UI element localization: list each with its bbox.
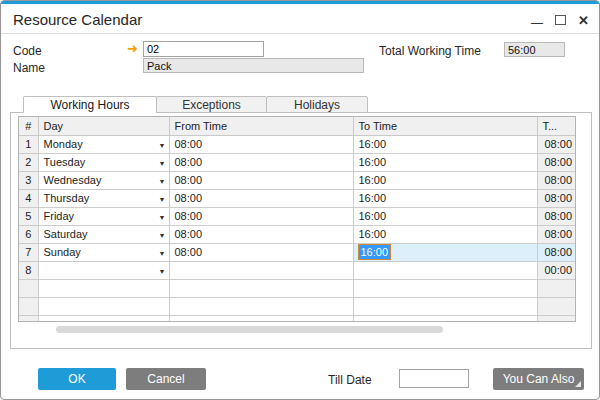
day-cell[interactable]: Monday▼ [38, 135, 169, 153]
row-number-cell[interactable] [19, 315, 38, 322]
col-header-from-time[interactable]: From Time [169, 117, 353, 135]
dropdown-icon[interactable]: ▼ [159, 191, 166, 208]
to-time-cell[interactable] [353, 297, 537, 315]
to-time-cell[interactable] [353, 261, 537, 279]
day-cell[interactable]: ▼ [38, 261, 169, 279]
working-hours-table-body: 1Monday▼08:0016:0008:002Tuesday▼08:0016:… [19, 135, 575, 322]
table-row-empty [19, 315, 575, 322]
to-time-cell[interactable] [353, 315, 537, 322]
tab-working-hours[interactable]: Working Hours [23, 96, 157, 113]
close-icon[interactable]: ✕ [578, 13, 589, 28]
window-controls: — ✕ [531, 12, 589, 28]
table-row: 6Saturday▼08:0016:0008:00 [19, 225, 575, 243]
day-cell-text: Saturday [44, 226, 88, 243]
working-hours-grid: # Day From Time To Time T... 1Monday▼08:… [18, 116, 576, 322]
you-can-also-button[interactable]: You Can Also [493, 368, 584, 390]
to-time-cell[interactable]: 16:00 [353, 243, 537, 261]
total-working-time-label: Total Working Time [379, 44, 481, 58]
day-cell[interactable]: Friday▼ [38, 207, 169, 225]
day-cell[interactable] [38, 297, 169, 315]
tab-bar: Working Hours Exceptions Holidays [24, 96, 368, 113]
to-time-cell[interactable]: 16:00 [353, 225, 537, 243]
to-time-cell[interactable]: 16:00 [353, 207, 537, 225]
total-cell: 08:00 [537, 189, 575, 207]
dropdown-icon[interactable]: ▼ [159, 155, 166, 172]
total-cell [537, 279, 575, 297]
day-cell[interactable]: Wednesday▼ [38, 171, 169, 189]
tab-exceptions[interactable]: Exceptions [156, 96, 267, 113]
row-number-cell[interactable]: 2 [19, 153, 38, 171]
you-can-also-label: You Can Also [503, 372, 575, 386]
table-row: 4Thursday▼08:0016:0008:00 [19, 189, 575, 207]
day-cell-text: Sunday [44, 244, 81, 261]
from-time-cell[interactable]: 08:00 [169, 135, 353, 153]
total-working-time-field: 56:00 [504, 42, 565, 57]
selected-cell-text[interactable]: 16:00 [359, 245, 391, 259]
col-header-number[interactable]: # [19, 117, 38, 135]
row-number-cell[interactable] [19, 279, 38, 297]
day-cell[interactable]: Tuesday▼ [38, 153, 169, 171]
table-row: 7Sunday▼08:0016:0008:00 [19, 243, 575, 261]
ok-button[interactable]: OK [38, 368, 116, 390]
dropdown-icon[interactable]: ▼ [159, 245, 166, 262]
to-time-cell[interactable]: 16:00 [353, 135, 537, 153]
title-bar[interactable]: Resource Calendar — ✕ [1, 4, 599, 34]
from-time-cell[interactable]: 08:00 [169, 225, 353, 243]
table-row-empty [19, 297, 575, 315]
row-number-cell[interactable]: 6 [19, 225, 38, 243]
row-number-cell[interactable]: 7 [19, 243, 38, 261]
row-number-cell[interactable]: 4 [19, 189, 38, 207]
table-row: 8▼00:00 [19, 261, 575, 279]
dropdown-icon[interactable]: ▼ [159, 137, 166, 154]
table-row-empty [19, 279, 575, 297]
from-time-cell[interactable] [169, 315, 353, 322]
maximize-icon[interactable] [555, 15, 566, 25]
from-time-cell[interactable] [169, 261, 353, 279]
day-cell[interactable] [38, 279, 169, 297]
dropdown-icon[interactable]: ▼ [159, 173, 166, 190]
day-cell[interactable]: Saturday▼ [38, 225, 169, 243]
to-time-cell[interactable]: 16:00 [353, 171, 537, 189]
day-cell-text: Monday [44, 136, 83, 153]
to-time-cell[interactable] [353, 279, 537, 297]
code-label: Code [13, 44, 42, 58]
from-time-cell[interactable] [169, 297, 353, 315]
from-time-cell[interactable]: 08:00 [169, 243, 353, 261]
till-date-input[interactable] [399, 369, 469, 388]
col-header-day[interactable]: Day [38, 117, 169, 135]
minimize-icon[interactable]: — [531, 18, 543, 28]
from-time-cell[interactable]: 08:00 [169, 171, 353, 189]
code-input[interactable] [143, 41, 264, 57]
col-header-to-time[interactable]: To Time [353, 117, 537, 135]
day-cell[interactable]: Thursday▼ [38, 189, 169, 207]
dropdown-icon[interactable]: ▼ [159, 227, 166, 244]
tab-holidays[interactable]: Holidays [266, 96, 368, 113]
dropdown-icon[interactable]: ▼ [159, 209, 166, 226]
row-number-cell[interactable]: 1 [19, 135, 38, 153]
from-time-cell[interactable]: 08:00 [169, 207, 353, 225]
name-label: Name [13, 61, 45, 75]
tab-content-panel: # Day From Time To Time T... 1Monday▼08:… [10, 112, 592, 349]
dropdown-icon[interactable]: ▼ [159, 263, 166, 280]
from-time-cell[interactable]: 08:00 [169, 189, 353, 207]
row-number-cell[interactable]: 5 [19, 207, 38, 225]
day-cell[interactable] [38, 315, 169, 322]
cancel-button[interactable]: Cancel [126, 368, 206, 390]
total-cell [537, 315, 575, 322]
table-row: 1Monday▼08:0016:0008:00 [19, 135, 575, 153]
total-cell: 08:00 [537, 243, 575, 261]
from-time-cell[interactable] [169, 279, 353, 297]
to-time-cell[interactable]: 16:00 [353, 153, 537, 171]
day-cell-text: Wednesday [44, 172, 102, 189]
total-cell [537, 297, 575, 315]
row-number-cell[interactable]: 8 [19, 261, 38, 279]
row-number-cell[interactable]: 3 [19, 171, 38, 189]
day-cell[interactable]: Sunday▼ [38, 243, 169, 261]
row-number-cell[interactable] [19, 297, 38, 315]
menu-corner-icon [575, 381, 581, 387]
horizontal-scrollbar[interactable] [56, 326, 443, 333]
col-header-total[interactable]: T... [537, 117, 575, 135]
link-arrow-icon[interactable]: ➜ [127, 41, 138, 57]
to-time-cell[interactable]: 16:00 [353, 189, 537, 207]
from-time-cell[interactable]: 08:00 [169, 153, 353, 171]
